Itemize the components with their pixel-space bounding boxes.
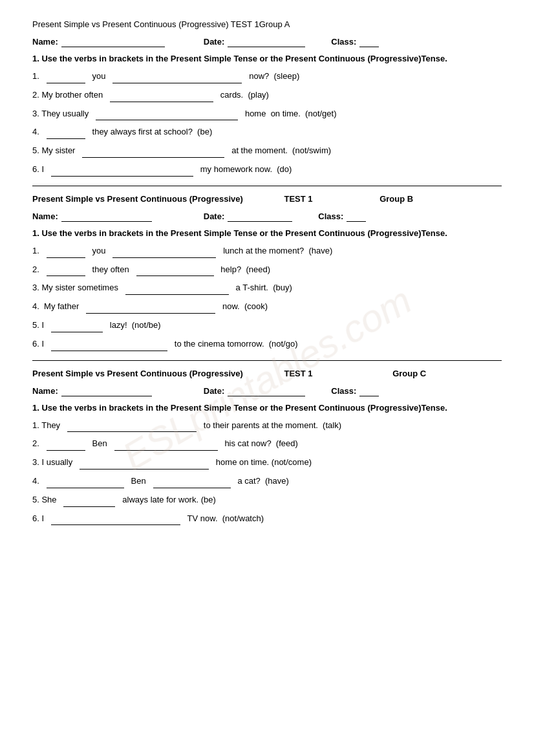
section-c-header: Name: Date: Class:	[32, 386, 502, 396]
date-field-c: Date:	[204, 386, 306, 396]
name-input-c[interactable]	[61, 386, 152, 396]
instruction-b: 1. Use the verbs in brackets in the Pres…	[32, 228, 502, 238]
section-group-a: Present Simple vs Present Continuous (Pr…	[32, 19, 502, 177]
blank-a-2[interactable]	[110, 92, 213, 102]
blank-b-1-2[interactable]	[112, 248, 216, 258]
blank-a-1-2[interactable]	[112, 73, 242, 83]
class-field-a: Class:	[331, 37, 379, 47]
name-field-c: Name:	[32, 386, 152, 396]
class-input-b[interactable]	[347, 211, 366, 222]
exercise-b-4: 4. My father now. (cook)	[32, 300, 502, 314]
exercise-c-1: 1. They to their parents at the moment. …	[32, 419, 502, 433]
exercise-list-b: 1. you lunch at the moment? (have) 2. th…	[32, 244, 502, 351]
blank-c-1[interactable]	[67, 422, 197, 432]
blank-c-2-2[interactable]	[114, 440, 218, 451]
blank-b-1-1[interactable]	[47, 248, 85, 258]
class-label-c: Class:	[331, 386, 356, 396]
blank-a-5[interactable]	[82, 147, 224, 158]
date-label-a: Date:	[204, 37, 225, 47]
blank-b-4[interactable]	[86, 303, 215, 314]
blank-a-1-1[interactable]	[47, 73, 85, 83]
blank-c-2-1[interactable]	[47, 440, 85, 451]
exercise-c-2: 2. Ben his cat now? (feed)	[32, 437, 502, 451]
blank-b-2-2[interactable]	[136, 266, 214, 276]
exercise-a-1: 1. you now? (sleep)	[32, 70, 502, 83]
name-input-b[interactable]	[61, 211, 152, 222]
blank-c-4-2[interactable]	[153, 478, 231, 488]
section-group-c: Present Simple vs Present Continuous (Pr…	[32, 369, 502, 526]
name-label-b: Name:	[32, 211, 58, 221]
exercise-b-3: 3. My sister sometimes a T-shirt. (buy)	[32, 281, 502, 295]
exercise-list-a: 1. you now? (sleep) 2. My brother often …	[32, 70, 502, 177]
exercise-c-6: 6. I TV now. (not/watch)	[32, 512, 502, 526]
exercise-c-4: 4. Ben a cat? (have)	[32, 475, 502, 488]
class-input-c[interactable]	[359, 386, 379, 396]
instruction-a: 1. Use the verbs in brackets in the Pres…	[32, 54, 502, 63]
exercise-b-5: 5. I lazy! (not/be)	[32, 319, 502, 332]
date-input-a[interactable]	[228, 37, 305, 47]
class-field-b: Class:	[318, 211, 366, 222]
class-field-c: Class:	[331, 386, 379, 396]
date-input-b[interactable]	[228, 211, 292, 222]
blank-c-6[interactable]	[51, 515, 180, 525]
exercise-list-c: 1. They to their parents at the moment. …	[32, 419, 502, 526]
section-b-header: Name: Date: Class:	[32, 211, 502, 222]
date-field-a: Date:	[204, 37, 306, 47]
date-label-b: Date:	[204, 211, 225, 221]
class-label-b: Class:	[318, 211, 343, 221]
blank-b-5[interactable]	[51, 322, 103, 332]
class-input-a[interactable]	[359, 37, 379, 47]
blank-c-3[interactable]	[80, 459, 209, 470]
section-group-b: Present Simple vs Present Continuous (Pr…	[32, 194, 502, 351]
date-field-b: Date:	[204, 211, 293, 222]
exercise-c-5: 5. She always late for work. (be)	[32, 493, 502, 507]
exercise-a-4: 4. they always first at school? (be)	[32, 125, 502, 139]
divider-bc	[32, 360, 502, 361]
blank-a-4[interactable]	[47, 129, 85, 139]
date-label-c: Date:	[204, 386, 225, 396]
exercise-a-3: 3. They usually home on time. (not/get)	[32, 107, 502, 121]
blank-b-2-1[interactable]	[47, 266, 85, 276]
blank-b-3[interactable]	[125, 285, 229, 295]
exercise-a-5: 5. My sister at the moment. (not/swim)	[32, 144, 502, 158]
section-a-header: Name: Date: Class:	[32, 37, 502, 47]
blank-a-3[interactable]	[96, 110, 238, 120]
blank-b-6[interactable]	[51, 341, 167, 351]
name-field-a: Name:	[32, 37, 165, 47]
exercise-b-1: 1. you lunch at the moment? (have)	[32, 244, 502, 258]
exercise-b-6: 6. I to the cinema tomorrow. (not/go)	[32, 338, 502, 351]
name-label-a: Name:	[32, 37, 58, 47]
blank-c-5[interactable]	[63, 497, 115, 507]
section-a-title: Present Simple vs Present Continuous (Pr…	[32, 19, 502, 29]
exercise-b-2: 2. they often help? (need)	[32, 263, 502, 277]
blank-a-6[interactable]	[51, 166, 193, 177]
blank-c-4-1[interactable]	[47, 478, 124, 488]
section-c-title: Present Simple vs Present Continuous (Pr…	[32, 369, 502, 378]
divider-ab	[32, 186, 502, 186]
name-label-c: Name:	[32, 386, 58, 396]
date-input-c[interactable]	[228, 386, 305, 396]
name-input-a[interactable]	[61, 37, 165, 47]
exercise-c-3: 3. I usually home on time. (not/come)	[32, 456, 502, 470]
name-field-b: Name:	[32, 211, 152, 222]
exercise-a-2: 2. My brother often cards. (play)	[32, 89, 502, 102]
exercise-a-6: 6. I my homework now. (do)	[32, 163, 502, 177]
class-label-a: Class:	[331, 37, 356, 47]
instruction-c: 1. Use the verbs in brackets in the Pres…	[32, 403, 502, 413]
section-b-title: Present Simple vs Present Continuous (Pr…	[32, 194, 502, 204]
